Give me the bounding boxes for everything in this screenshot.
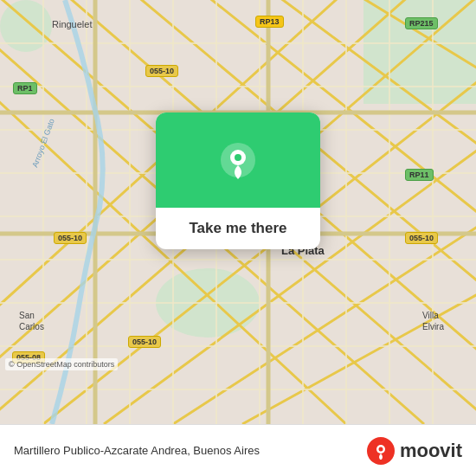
svg-point-40 — [235, 154, 241, 161]
moovit-logo: moovit — [367, 437, 462, 465]
location-pin-icon — [219, 141, 257, 179]
route-label-055-10-1: 055-10 — [145, 65, 178, 77]
map-container: RP13 RP1 RP215 RP11 055-10 055-10 055-10… — [0, 0, 476, 424]
route-label-055-10-2: 055-10 — [54, 232, 87, 244]
route-label-rp1: RP1 — [13, 82, 37, 94]
card-top-green — [156, 113, 320, 208]
svg-line-14 — [338, 0, 476, 78]
take-me-there-button[interactable]: Take me there — [170, 220, 306, 237]
route-label-055-10-4: 055-10 — [128, 336, 161, 348]
map-copyright: © OpenStreetMap contributors — [5, 358, 118, 370]
svg-point-42 — [378, 447, 383, 451]
place-label-san-carlos: SanCarlos — [19, 310, 44, 332]
location-card: Take me there — [156, 113, 320, 249]
svg-line-6 — [242, 286, 476, 424]
route-label-055-10-3: 055-10 — [405, 232, 438, 244]
place-label-villa-elvira: VillaElvira — [422, 310, 444, 332]
route-label-rp215: RP215 — [405, 17, 438, 29]
location-name: Martillero Publico-Azcarate Andrea, Buen… — [14, 444, 367, 457]
route-label-rp13: RP13 — [255, 16, 284, 28]
moovit-logo-icon — [367, 437, 395, 465]
card-bottom: Take me there — [156, 208, 320, 249]
moovit-logo-text: moovit — [400, 440, 462, 462]
route-label-rp11: RP11 — [405, 169, 434, 181]
place-label-ringuelet: Ringuelet — [52, 19, 92, 29]
bottom-bar: Martillero Publico-Azcarate Andrea, Buen… — [0, 424, 476, 476]
